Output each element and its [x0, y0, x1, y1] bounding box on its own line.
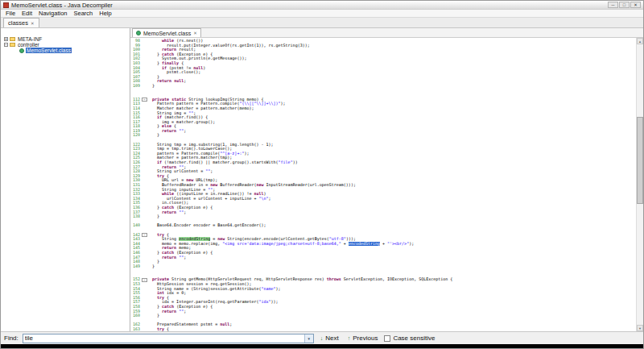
fold-gutter — [142, 273, 147, 278]
down-arrow-icon: ↓ — [320, 335, 324, 341]
fold-gutter — [142, 327, 147, 331]
tree-item-meta-inf[interactable]: +META-INF — [1, 36, 130, 42]
find-next-button[interactable]: ↓ Next — [318, 334, 341, 343]
editor-panel: MemoServlet.class ✕ 98 while (rs.next())… — [130, 28, 643, 331]
code-line: 163 try { — [130, 327, 636, 331]
fold-marker-icon[interactable]: − — [142, 98, 147, 102]
maximize-icon[interactable]: □ — [619, 2, 630, 8]
find-dropdown-icon[interactable]: ▼ — [304, 334, 313, 343]
scroll-up-icon[interactable]: ▲ — [637, 38, 643, 44]
menu-edit[interactable]: Edit — [19, 10, 35, 17]
tree-item-label: controller — [17, 42, 40, 48]
editor-tab-label: MemoServlet.class — [143, 31, 191, 36]
code-lines: 98 while (rs.next())99 result.put(Intege… — [130, 38, 636, 331]
fold-marker-icon[interactable]: − — [142, 233, 147, 237]
previous-label: Previous — [353, 334, 378, 342]
vertical-scrollbar[interactable]: ▲ ▼ — [636, 38, 643, 331]
line-number: 163 — [130, 327, 142, 331]
menu-navigation[interactable]: Navigation — [35, 10, 70, 17]
menu-bar: FileEditNavigationSearchHelp — [1, 10, 643, 18]
fold-marker-icon[interactable]: − — [142, 278, 147, 282]
app-icon — [3, 2, 9, 8]
code-text[interactable]: try { — [147, 327, 636, 331]
find-input-combo: ▼ — [23, 334, 314, 343]
fold-gutter — [142, 228, 147, 233]
title-bar: MemoServlet.class - Java Decompiler ─ □ … — [1, 1, 643, 10]
minimize-icon[interactable]: ─ — [608, 2, 618, 8]
checkbox-icon — [384, 335, 390, 342]
class-icon — [136, 31, 141, 35]
scroll-down-icon[interactable]: ▼ — [637, 325, 643, 331]
scrollbar-thumb[interactable] — [637, 117, 643, 204]
window-controls: ─ □ ✕ — [608, 2, 641, 8]
find-input[interactable] — [23, 334, 304, 343]
find-bar: Find: ▼ ↓ Next ↑ Previous Case sensitive — [1, 331, 643, 344]
tree-item-memoservlet-class[interactable]: MemoServlet.class — [1, 48, 130, 53]
tree-item-label: META-INF — [17, 36, 43, 42]
editor-tab-bar: MemoServlet.class ✕ — [130, 28, 643, 38]
editor-tab[interactable]: MemoServlet.class ✕ — [132, 28, 201, 37]
package-tree-panel: +META-INF−controllerMemoServlet.class — [1, 28, 130, 331]
folder-icon — [10, 43, 15, 47]
case-sensitive-label: Case sensitive — [393, 334, 435, 342]
editor-tab-close-icon[interactable]: ✕ — [193, 31, 197, 35]
menu-search[interactable]: Search — [70, 10, 96, 17]
expand-icon[interactable]: + — [4, 37, 8, 41]
class-icon — [19, 48, 24, 53]
main-tab-bar: classes ✕ — [1, 18, 643, 28]
folder-icon — [10, 37, 15, 41]
find-previous-button[interactable]: ↑ Previous — [345, 334, 381, 343]
close-icon[interactable]: ✕ — [630, 2, 641, 8]
code-view: 98 while (rs.next())99 result.put(Intege… — [130, 38, 643, 331]
tree-item-controller[interactable]: −controller — [1, 42, 130, 48]
jd-gui-window: MemoServlet.class - Java Decompiler ─ □ … — [0, 0, 644, 349]
case-sensitive-checkbox[interactable]: Case sensitive — [384, 334, 435, 342]
tab-classes[interactable]: classes ✕ — [3, 18, 39, 27]
menu-file[interactable]: File — [2, 10, 19, 17]
menu-help[interactable]: Help — [96, 10, 114, 17]
tab-close-icon[interactable]: ✕ — [31, 21, 35, 26]
find-label: Find: — [4, 334, 19, 342]
tree-item-label: MemoServlet.class — [26, 48, 72, 53]
main-area: +META-INF−controllerMemoServlet.class Me… — [1, 28, 643, 331]
fold-gutter — [142, 93, 147, 98]
up-arrow-icon: ↑ — [348, 335, 351, 341]
tab-label: classes — [8, 19, 28, 27]
taskbar-strip — [1, 344, 643, 348]
next-label: Next — [325, 334, 338, 342]
collapse-icon[interactable]: − — [4, 43, 8, 47]
window-title: MemoServlet.class - Java Decompiler — [11, 2, 605, 9]
